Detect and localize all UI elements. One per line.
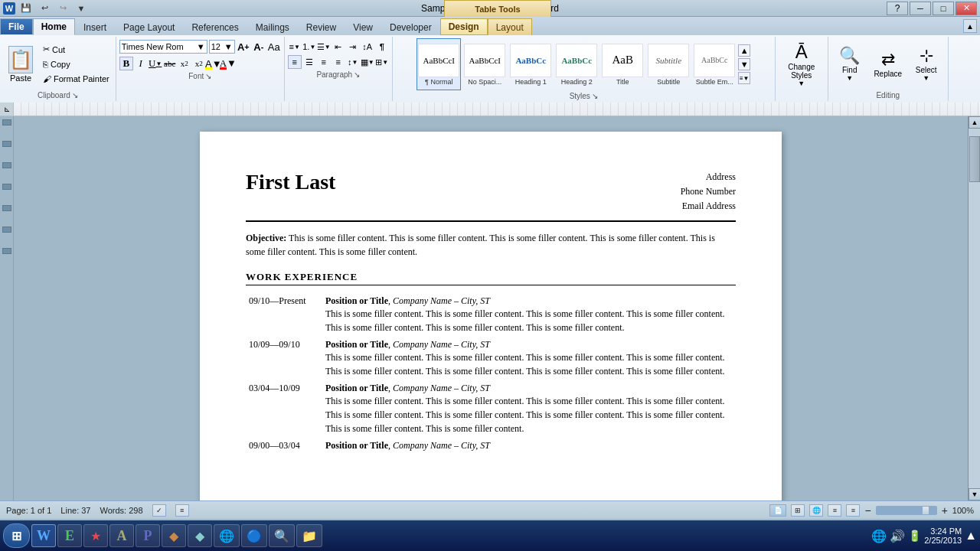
bold-btn[interactable]: B	[119, 57, 133, 70]
zoom-thumb[interactable]	[922, 506, 929, 515]
style-subtle-em[interactable]: AaBbCc Subtle Em...	[692, 38, 737, 90]
view-outline-btn[interactable]: ≡	[828, 504, 841, 517]
view-web-btn[interactable]: 🌐	[809, 504, 823, 517]
tab-layout[interactable]: Layout	[488, 18, 532, 35]
taskbar-word-btn[interactable]: W	[31, 524, 56, 547]
tab-home[interactable]: Home	[33, 18, 75, 35]
paragraph-expand-icon[interactable]: ↘	[354, 70, 360, 79]
tab-references[interactable]: References	[183, 18, 247, 35]
volume-icon[interactable]: 🔊	[890, 529, 905, 543]
align-center-btn[interactable]: ☰	[302, 55, 316, 69]
ribbon-collapse-btn[interactable]: ▲	[963, 19, 977, 33]
status-words[interactable]: Words: 298	[100, 506, 142, 515]
font-grow-btn[interactable]: A+	[237, 40, 250, 54]
tab-design[interactable]: Design	[440, 18, 488, 35]
decrease-indent-btn[interactable]: ⇤	[332, 40, 345, 54]
tab-page-layout[interactable]: Page Layout	[115, 18, 183, 35]
zoom-in-btn[interactable]: +	[942, 504, 948, 517]
select-button[interactable]: ⊹ Select ▼	[908, 43, 945, 86]
style-title[interactable]: AaB Title	[600, 38, 645, 90]
font-expand-icon[interactable]: ↘	[205, 72, 211, 80]
zoom-slider[interactable]	[876, 506, 937, 515]
tab-insert[interactable]: Insert	[75, 18, 115, 35]
status-icon-2[interactable]: ≡	[175, 504, 189, 517]
styles-scroll-up[interactable]: ▲	[738, 44, 750, 57]
minimize-btn[interactable]: ─	[910, 2, 931, 15]
status-page[interactable]: Page: 1 of 1	[6, 506, 51, 515]
tab-mailings[interactable]: Mailings	[247, 18, 298, 35]
style-no-space[interactable]: AaBbCcI No Spaci...	[462, 38, 507, 90]
taskbar-search-btn[interactable]: 🔍	[269, 524, 295, 547]
view-fullscreen-btn[interactable]: ⊞	[791, 504, 805, 517]
styles-expand-icon[interactable]: ↘	[592, 92, 598, 100]
qat-save[interactable]: 💾	[18, 2, 34, 15]
scroll-thumb[interactable]	[969, 136, 980, 182]
taskbar-files-btn[interactable]: 📁	[296, 524, 322, 547]
style-heading2[interactable]: AaBbCc Heading 2	[554, 38, 599, 90]
taskbar-chrome-btn[interactable]: 🔵	[241, 524, 267, 547]
start-button[interactable]: ⊞	[3, 523, 30, 548]
multilevel-btn[interactable]: ☰▼	[317, 40, 331, 54]
font-name-selector[interactable]: Times New Rom ▼	[119, 40, 207, 54]
track-changes-btn[interactable]: ✓	[152, 504, 166, 517]
font-shrink-btn[interactable]: A-	[252, 40, 266, 54]
font-size-selector[interactable]: 12 ▼	[209, 40, 235, 54]
taskbar-publisher-btn[interactable]: P	[136, 524, 160, 547]
styles-more[interactable]: ≡▼	[738, 72, 750, 84]
taskbar-onenote-btn[interactable]: A	[109, 524, 134, 547]
strikethrough-btn[interactable]: abc	[163, 57, 177, 70]
style-subtitle[interactable]: Subtitle Subtitle	[646, 38, 691, 90]
view-draft-btn[interactable]: ≡	[846, 504, 860, 517]
cut-button[interactable]: ✂ Cut	[40, 43, 113, 57]
zoom-level[interactable]: 100%	[952, 506, 974, 515]
style-normal[interactable]: AaBbCcI ¶ Normal	[416, 38, 461, 90]
tab-view[interactable]: View	[345, 18, 381, 35]
datetime-display[interactable]: 3:24 PM 2/25/2013	[924, 527, 962, 545]
shading-btn[interactable]: ▦▼	[361, 55, 374, 69]
scroll-up-arrow[interactable]: ▲	[969, 116, 980, 129]
tab-developer[interactable]: Developer	[381, 18, 440, 35]
superscript-btn[interactable]: x2	[192, 57, 206, 70]
sidebar-marker-7[interactable]	[2, 248, 11, 254]
ruler-corner[interactable]: ⊾	[0, 103, 14, 116]
align-left-btn[interactable]: ≡	[288, 55, 302, 69]
find-button[interactable]: 🔍 Find ▼	[831, 43, 868, 86]
sidebar-marker-6[interactable]	[2, 227, 11, 233]
taskbar-browser-btn[interactable]: 🌐	[214, 524, 240, 547]
zoom-out-btn[interactable]: −	[864, 504, 871, 517]
numbering-btn[interactable]: 1.▼	[302, 40, 316, 54]
sidebar-marker-2[interactable]	[2, 141, 11, 147]
network-icon[interactable]: 🌐	[871, 529, 887, 543]
underline-btn[interactable]: U▼	[149, 57, 162, 70]
styles-scroll-down[interactable]: ▼	[738, 58, 750, 70]
taskbar-excel-btn[interactable]: E	[57, 524, 82, 547]
subscript-btn[interactable]: x2	[178, 57, 191, 70]
align-right-btn[interactable]: ≡	[317, 55, 331, 69]
close-btn[interactable]: ✕	[956, 2, 977, 15]
help-btn[interactable]: ?	[887, 2, 908, 15]
qat-undo[interactable]: ↩	[37, 2, 52, 15]
sidebar-marker-1[interactable]	[2, 119, 11, 126]
show-hide-btn[interactable]: ¶	[375, 40, 389, 54]
tab-file[interactable]: File	[0, 18, 33, 35]
sort-btn[interactable]: ↕A	[361, 40, 374, 54]
taskbar-access-btn[interactable]: ★	[83, 524, 108, 547]
taskbar-app5-btn[interactable]: ◆	[162, 524, 186, 547]
clipboard-expand-icon[interactable]: ↘	[72, 91, 78, 99]
style-heading1[interactable]: AaBbCc Heading 1	[508, 38, 553, 90]
battery-icon[interactable]: 🔋	[908, 530, 921, 542]
format-painter-button[interactable]: 🖌 Format Painter	[40, 72, 113, 86]
increase-indent-btn[interactable]: ⇥	[346, 40, 360, 54]
line-spacing-btn[interactable]: ↕▼	[346, 55, 360, 69]
paste-button[interactable]: 📋 Paste	[3, 43, 38, 86]
document-area[interactable]: First Last Address Phone Number Email Ad…	[14, 116, 968, 500]
sidebar-marker-4[interactable]	[2, 184, 11, 190]
qat-redo[interactable]: ↪	[55, 2, 70, 15]
change-styles-button[interactable]: Ā Change Styles ▼	[779, 38, 825, 90]
scroll-down-arrow[interactable]: ▼	[969, 488, 980, 500]
replace-button[interactable]: ⇄ Replace	[870, 43, 906, 86]
notification-btn[interactable]: ▲	[965, 529, 977, 543]
status-line[interactable]: Line: 37	[60, 506, 90, 515]
font-color-btn[interactable]: A ▼	[221, 57, 235, 70]
view-print-btn[interactable]: 📄	[769, 504, 786, 517]
